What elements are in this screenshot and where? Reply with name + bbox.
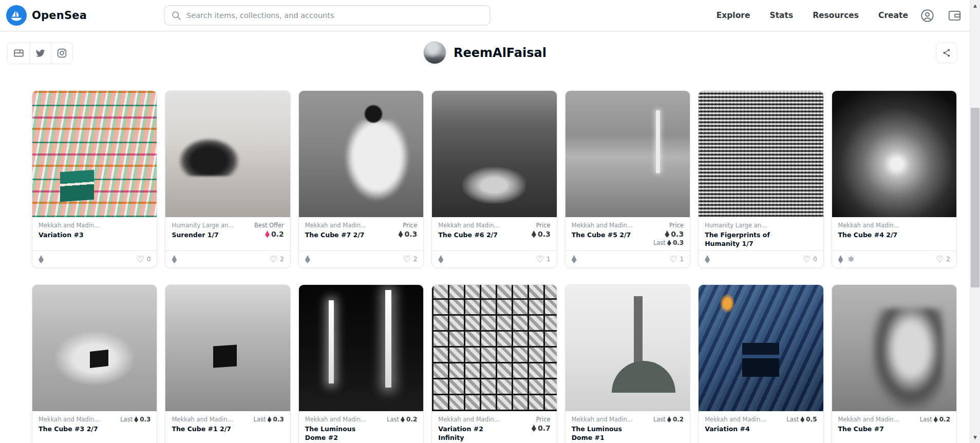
like-button[interactable]: ♡ 1 <box>536 255 551 264</box>
like-button[interactable]: ♡ 2 <box>403 255 417 264</box>
nft-card-info: Mekkah and Madin... The Cube #3 2/7 Last… <box>32 411 157 443</box>
nft-image <box>699 91 823 217</box>
nft-image <box>432 91 556 217</box>
nft-card-info: Mekkah and Madin... Variation #4 Last 0.… <box>699 411 823 443</box>
collection-name[interactable]: Mekkah and Madin... <box>172 416 233 423</box>
nft-title: The Luminous Dome #2 <box>305 425 376 442</box>
scrollbar-thumb[interactable] <box>971 108 979 287</box>
search-bar[interactable] <box>164 5 491 26</box>
collection-name[interactable]: Mekkah and Madin... <box>705 416 766 423</box>
nft-title: The Figerprints of Humanity 1/7 <box>705 231 776 248</box>
nft-image <box>566 91 690 217</box>
nft-card[interactable]: Humanity Large an... The Figerprints of … <box>698 90 823 268</box>
nft-card[interactable]: Mekkah and Madin... The Luminous Dome #1… <box>565 284 690 443</box>
scroll-up-arrow[interactable]: ▲ <box>970 3 980 8</box>
collection-name[interactable]: Mekkah and Madin... <box>39 416 100 423</box>
like-button[interactable]: ♡ 0 <box>137 255 151 264</box>
website-button[interactable] <box>8 43 29 64</box>
wallet-icon[interactable] <box>948 9 962 23</box>
social-button-group <box>7 42 73 64</box>
nft-card-info: Mekkah and Madin... The Cube #5 2/7 Pric… <box>566 217 690 251</box>
heart-icon: ♡ <box>270 255 277 264</box>
like-count: 1 <box>680 256 684 263</box>
eth-icon <box>667 240 671 246</box>
nft-card-footer: ❄ ♡ 0 <box>699 251 823 267</box>
collection-name[interactable]: Mekkah and Madin... <box>838 416 899 423</box>
like-button[interactable]: ♡ 2 <box>936 255 950 264</box>
share-button[interactable] <box>936 42 957 63</box>
like-button[interactable]: ♡ 1 <box>669 255 684 264</box>
collection-name[interactable]: Mekkah and Madin... <box>39 222 100 229</box>
nft-card[interactable]: Humanity Large an... Surender 1/7 Best O… <box>165 90 290 268</box>
avatar[interactable] <box>423 41 446 64</box>
search-input[interactable] <box>186 11 483 20</box>
collection-name[interactable]: Humanity Large an... <box>705 222 776 229</box>
collection-name[interactable]: Humanity Large an... <box>172 222 234 229</box>
nft-card-info: Mekkah and Madin... Variation #2 Infinit… <box>432 411 556 443</box>
nft-card-info: Mekkah and Madin... The Cube #1 2/7 Last… <box>165 411 290 443</box>
nav-link-stats[interactable]: Stats <box>769 11 793 20</box>
instagram-button[interactable] <box>51 43 72 64</box>
nav-link-resources[interactable]: Resources <box>813 11 859 20</box>
like-button[interactable]: ♡ 0 <box>803 255 817 264</box>
instagram-icon <box>56 48 67 59</box>
collection-name[interactable]: Mekkah and Madin... <box>572 416 643 423</box>
nft-card[interactable]: Mekkah and Madin... The Cube #1 2/7 Last… <box>165 284 290 443</box>
opensea-logo[interactable]: OpenSea <box>6 5 87 26</box>
nft-card[interactable]: Mekkah and Madin... The Cube #7 Last 0.2 <box>832 284 957 443</box>
eth-icon <box>665 230 669 238</box>
nft-image <box>165 91 290 217</box>
nft-card[interactable]: Mekkah and Madin... The Cube #6 2/7 Pric… <box>431 90 557 268</box>
nft-card[interactable]: Mekkah and Madin... The Cube #4 2/7 Last <box>832 90 957 268</box>
eth-icon <box>268 416 272 422</box>
eth-icon <box>667 416 671 422</box>
nft-title: The Cube #4 2/7 <box>838 231 899 240</box>
page-scrollbar[interactable]: ▲ ▼ <box>970 0 980 443</box>
eth-icon <box>401 416 405 422</box>
eth-icon <box>265 230 270 238</box>
nft-image <box>165 285 290 411</box>
heart-icon: ♡ <box>669 255 677 264</box>
nft-card[interactable]: Mekkah and Madin... Variation #4 Last 0.… <box>698 284 823 443</box>
like-button[interactable]: ♡ 2 <box>270 255 284 264</box>
collection-name[interactable]: Mekkah and Madin... <box>438 416 509 423</box>
like-count: 2 <box>280 256 284 263</box>
eth-icon <box>172 255 177 263</box>
nft-image <box>32 91 157 217</box>
collection-name[interactable]: Mekkah and Madin... <box>438 222 499 229</box>
collection-name[interactable]: Mekkah and Madin... <box>305 416 376 423</box>
nft-card[interactable]: Mekkah and Madin... The Cube #3 2/7 Last… <box>32 284 157 443</box>
navbar-icons <box>920 9 962 23</box>
nft-card-info: Mekkah and Madin... The Cube #6 2/7 Pric… <box>432 217 556 251</box>
nft-card[interactable]: Mekkah and Madin... Variation #2 Infinit… <box>431 284 557 443</box>
like-count: 2 <box>413 256 418 263</box>
nft-title: Surender 1/7 <box>172 231 234 240</box>
collection-name[interactable]: Mekkah and Madin... <box>572 222 633 229</box>
nft-card[interactable]: Mekkah and Madin... The Cube #5 2/7 Pric… <box>565 90 690 268</box>
nft-image <box>299 285 423 411</box>
scroll-down-arrow[interactable]: ▼ <box>970 435 980 440</box>
nft-card-footer: ❄ ♡ 2 <box>299 251 423 267</box>
price-label: Best Offer <box>254 222 284 229</box>
collection-name[interactable]: Mekkah and Madin... <box>305 222 366 229</box>
nav-link-explore[interactable]: Explore <box>717 11 750 20</box>
nav-link-create[interactable]: Create <box>878 11 908 20</box>
nft-image <box>699 285 823 411</box>
nft-card[interactable]: Mekkah and Madin... The Cube #7 2/7 Pric… <box>298 90 424 268</box>
nft-image <box>832 91 956 217</box>
nft-card-info: Mekkah and Madin... The Cube #7 Last 0.2 <box>832 411 956 443</box>
price-label: Price <box>403 222 417 229</box>
nft-card[interactable]: Mekkah and Madin... Variation #3 Last <box>32 90 157 268</box>
nft-card[interactable]: Mekkah and Madin... The Luminous Dome #2… <box>298 284 424 443</box>
nft-image <box>432 285 556 411</box>
price-value: 0.2 <box>265 230 284 238</box>
collection-name[interactable]: Mekkah and Madin... <box>838 222 899 229</box>
twitter-button[interactable] <box>29 43 51 64</box>
nft-card-footer: ❄ ♡ 2 <box>832 251 956 267</box>
nft-card-footer: ❄ ♡ 1 <box>432 251 556 267</box>
price-label: Price <box>536 416 551 423</box>
account-icon[interactable] <box>920 9 934 23</box>
nft-title: The Cube #3 2/7 <box>39 425 100 434</box>
nft-title: The Cube #6 2/7 <box>438 231 499 240</box>
opensea-boat-icon <box>6 5 27 26</box>
